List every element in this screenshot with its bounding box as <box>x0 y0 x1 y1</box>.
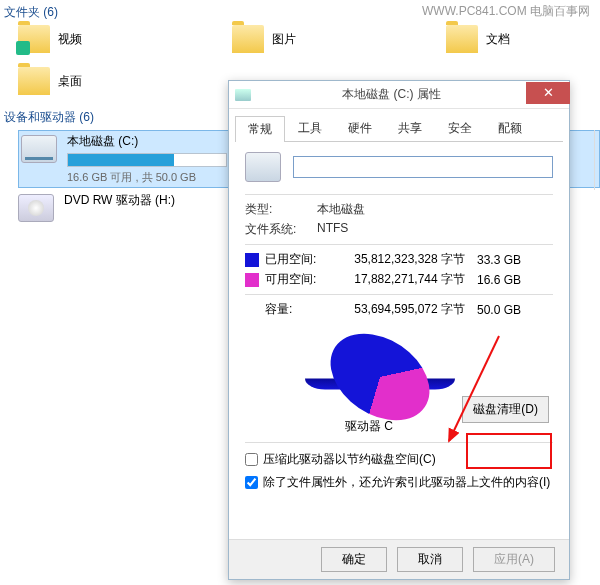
hard-drive-icon <box>21 135 57 163</box>
folder-item-videos[interactable]: 视频 <box>18 25 82 53</box>
tab-quota[interactable]: 配额 <box>485 115 535 141</box>
type-label: 类型: <box>245 201 317 218</box>
drive-small-icon <box>235 89 251 101</box>
watermark-text: WWW.PC841.COM 电脑百事网 <box>422 3 590 20</box>
cancel-button[interactable]: 取消 <box>397 547 463 572</box>
dvd-drive-icon <box>18 194 54 222</box>
free-space-label: 可用空间: <box>265 271 329 288</box>
used-space-bytes: 35,812,323,328 字节 <box>335 251 465 268</box>
tab-general[interactable]: 常规 <box>235 116 285 142</box>
folder-label: 文档 <box>486 31 510 48</box>
tab-body-general: 类型:本地磁盘 文件系统:NTFS 已用空间: 35,812,323,328 字… <box>229 142 569 503</box>
divider <box>245 244 553 245</box>
used-space-label: 已用空间: <box>265 251 329 268</box>
index-checkbox-row[interactable]: 除了文件属性外，还允许索引此驱动器上文件的内容(I) <box>245 474 553 491</box>
index-checkbox[interactable] <box>245 476 258 489</box>
free-space-gb: 16.6 GB <box>471 273 521 287</box>
dialog-button-row: 确定 取消 应用(A) <box>229 539 569 579</box>
free-space-bytes: 17,882,271,744 字节 <box>335 271 465 288</box>
capacity-label: 容量: <box>265 301 329 318</box>
pie-chart <box>312 325 448 428</box>
tab-strip: 常规 工具 硬件 共享 安全 配额 <box>235 115 563 142</box>
compress-checkbox-row[interactable]: 压缩此驱动器以节约磁盘空间(C) <box>245 451 553 468</box>
properties-dialog: 本地磁盘 (C:) 属性 ✕ 常规 工具 硬件 共享 安全 配额 类型:本地磁盘… <box>228 80 570 580</box>
tab-sharing[interactable]: 共享 <box>385 115 435 141</box>
used-space-gb: 33.3 GB <box>471 253 521 267</box>
folder-item-pictures[interactable]: 图片 <box>232 25 296 53</box>
dialog-title: 本地磁盘 (C:) 属性 <box>257 86 526 103</box>
compress-checkbox[interactable] <box>245 453 258 466</box>
folder-label: 视频 <box>58 31 82 48</box>
pie-drive-label: 驱动器 C <box>345 418 393 435</box>
folder-icon <box>232 25 264 53</box>
divider <box>245 442 553 443</box>
ok-button[interactable]: 确定 <box>321 547 387 572</box>
tab-hardware[interactable]: 硬件 <box>335 115 385 141</box>
drive-name-input[interactable] <box>293 156 553 178</box>
folder-icon <box>446 25 478 53</box>
type-value: 本地磁盘 <box>317 201 365 218</box>
used-color-swatch <box>245 253 259 267</box>
folder-item-documents[interactable]: 文档 <box>446 25 510 53</box>
drive-large-icon <box>245 152 281 182</box>
folder-label: 图片 <box>272 31 296 48</box>
filesystem-label: 文件系统: <box>245 221 317 238</box>
compress-label: 压缩此驱动器以节约磁盘空间(C) <box>263 451 436 468</box>
index-label: 除了文件属性外，还允许索引此驱动器上文件的内容(I) <box>263 474 550 491</box>
folder-icon <box>18 67 50 95</box>
folder-icon <box>18 25 50 53</box>
video-badge-icon <box>16 41 30 55</box>
disk-cleanup-button[interactable]: 磁盘清理(D) <box>462 396 549 423</box>
free-color-swatch <box>245 273 259 287</box>
tab-tools[interactable]: 工具 <box>285 115 335 141</box>
capacity-bytes: 53,694,595,072 字节 <box>335 301 465 318</box>
filesystem-value: NTFS <box>317 221 348 238</box>
apply-button[interactable]: 应用(A) <box>473 547 555 572</box>
tab-security[interactable]: 安全 <box>435 115 485 141</box>
dialog-titlebar[interactable]: 本地磁盘 (C:) 属性 ✕ <box>229 81 569 109</box>
folder-item-desktop[interactable]: 桌面 <box>18 67 82 95</box>
pie-chart-area: 驱动器 C 磁盘清理(D) <box>245 326 553 436</box>
divider <box>245 294 553 295</box>
drive-capacity-bar <box>67 153 227 167</box>
close-button[interactable]: ✕ <box>526 82 570 104</box>
capacity-gb: 50.0 GB <box>471 303 521 317</box>
folder-label: 桌面 <box>58 73 82 90</box>
divider <box>245 194 553 195</box>
scrollbar-edge <box>594 130 600 190</box>
